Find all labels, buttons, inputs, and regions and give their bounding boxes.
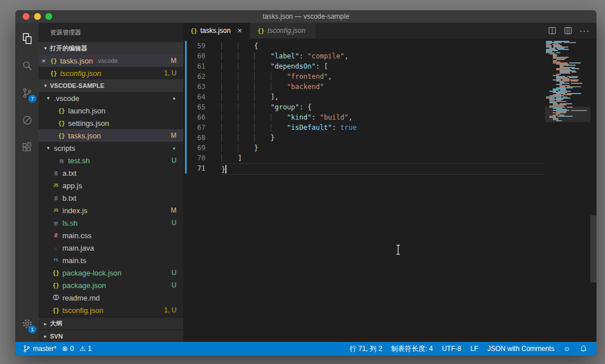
code-editor[interactable]: 59 {60 "label": "compile",61 "dependsOn"… xyxy=(183,39,596,342)
debug-icon xyxy=(21,114,33,126)
tree-file-ls.sh[interactable]: ▤ls.shU xyxy=(39,217,183,229)
line-content: "group": { xyxy=(221,102,544,112)
activity-debug[interactable] xyxy=(15,107,39,134)
code-line-70[interactable]: 70 ] xyxy=(183,153,544,163)
status-branch[interactable]: master* xyxy=(20,342,59,355)
tree-folder-.vscode[interactable]: ▾.vscode● xyxy=(39,92,183,104)
css-file-icon: # xyxy=(51,232,61,239)
line-content: } xyxy=(221,133,544,143)
tab-tsconfig.json[interactable]: {}tsconfig.json xyxy=(250,23,316,39)
titlebar[interactable]: tasks.json — vscode-sample xyxy=(15,10,596,23)
tab-tasks.json[interactable]: {}tasks.json× xyxy=(183,23,250,39)
editor-actions: ··· xyxy=(548,23,596,39)
code-line-69[interactable]: 69 } xyxy=(183,143,544,153)
tree-file-test.sh[interactable]: ▤test.shU xyxy=(39,154,183,167)
status-eol[interactable]: LF xyxy=(466,345,483,353)
tree-file-a.txt[interactable]: ≡a.txt xyxy=(39,167,183,179)
tree-file-launch.json[interactable]: {}launch.json xyxy=(39,104,183,117)
split-editor-icon[interactable] xyxy=(548,26,557,35)
json-file-icon: {} xyxy=(51,282,61,289)
close-editor-icon[interactable]: × xyxy=(39,57,49,65)
line-number: 64 xyxy=(183,92,221,102)
file-label: .vscode xyxy=(54,94,79,103)
open-editor-tasks.json[interactable]: ×{}tasks.json.vscodeM xyxy=(39,54,183,67)
activity-search[interactable] xyxy=(15,52,39,79)
zoom-window-button[interactable] xyxy=(45,13,52,20)
twisty-icon: ▸ xyxy=(41,321,50,327)
code-line-59[interactable]: 59 { xyxy=(183,41,544,51)
code-line-67[interactable]: 67 "isDefault": true xyxy=(183,122,544,133)
tree-file-main.ts[interactable]: TSmain.ts xyxy=(39,254,183,266)
minimize-window-button[interactable] xyxy=(34,13,41,20)
close-window-button[interactable] xyxy=(23,13,30,20)
line-number: 69 xyxy=(183,143,221,153)
tree-file-settings.json[interactable]: {}settings.json xyxy=(39,117,183,129)
line-number: 67 xyxy=(183,122,221,133)
git-decoration: M xyxy=(171,206,183,214)
code-line-66[interactable]: 66 "kind": "build", xyxy=(183,112,544,122)
editor-layout-icon[interactable] xyxy=(564,26,573,35)
tree-file-b.txt[interactable]: ≡b.txt xyxy=(39,192,183,204)
minimap-slider[interactable] xyxy=(545,107,590,122)
section-大纲[interactable]: ▸大纲 xyxy=(39,317,183,329)
status-cursor-position[interactable]: 行 71, 列 2 xyxy=(345,344,386,354)
code-line-64[interactable]: 64 ], xyxy=(183,92,544,102)
status-encoding[interactable]: UTF-8 xyxy=(438,345,466,353)
notifications-bell-icon[interactable] xyxy=(575,345,592,353)
sidebar-bottom-sections: ▸大纲▸SVN xyxy=(39,317,183,342)
tree-folder-scripts[interactable]: ▾scripts● xyxy=(39,142,183,154)
file-label: index.js xyxy=(62,206,87,215)
tree-file-main.css[interactable]: #main.css xyxy=(39,229,183,242)
shell-file-icon: ▤ xyxy=(57,158,66,164)
open-editor-tsconfig.json[interactable]: {}tsconfig.json1, U xyxy=(39,67,183,79)
sidebar: 资源管理器 ▾ 打开的编辑器 ×{}tasks.json.vscodeM{}ts… xyxy=(39,23,183,342)
section-SVN[interactable]: ▸SVN xyxy=(39,329,183,342)
tree-file-package.json[interactable]: {}package.jsonU xyxy=(39,279,183,291)
json-file-icon: {} xyxy=(51,307,61,314)
tree-file-app.js[interactable]: JSapp.js xyxy=(39,179,183,192)
settings-badge: 1 xyxy=(28,325,36,333)
code-line-65[interactable]: 65 "group": { xyxy=(183,102,544,112)
tree-file-package-lock.json[interactable]: {}package-lock.jsonU xyxy=(39,266,183,279)
tree-file-tsconfig.json[interactable]: {}tsconfig.json1, U xyxy=(39,304,183,316)
code-line-68[interactable]: 68 } xyxy=(183,133,544,143)
code-line-71[interactable]: 71} xyxy=(183,163,544,175)
code-line-61[interactable]: 61 "dependsOn": [ xyxy=(183,61,544,71)
window-title: tasks.json — vscode-sample xyxy=(15,12,596,20)
scrollbar-slider[interactable] xyxy=(590,215,596,282)
code-line-62[interactable]: 62 "frontend", xyxy=(183,71,544,82)
line-number: 63 xyxy=(183,82,221,92)
tree-file-index.js[interactable]: JSindex.jsM xyxy=(39,204,183,217)
line-content: "kind": "build", xyxy=(221,112,544,122)
scm-badge: 7 xyxy=(28,95,36,103)
tree-file-main.java[interactable]: ♨main.java xyxy=(39,242,183,254)
line-content: } xyxy=(221,163,544,175)
tree-file-tasks.json[interactable]: {}tasks.jsonM xyxy=(39,129,183,142)
feedback-smiley-icon[interactable]: ☺ xyxy=(559,345,575,353)
folder-modified-dot: ● xyxy=(173,146,183,151)
open-editors-header[interactable]: ▾ 打开的编辑器 xyxy=(39,42,183,54)
file-label: package.json xyxy=(62,281,106,290)
status-problems[interactable]: ⊗ 0 ⚠ 1 xyxy=(59,342,94,355)
activity-explorer[interactable] xyxy=(15,25,39,52)
tree-file-readme.md[interactable]: ⓘreadme.md xyxy=(39,291,183,304)
line-content: ] xyxy=(221,153,544,163)
activity-extensions[interactable] xyxy=(15,134,39,161)
file-label: settings.json xyxy=(68,119,109,128)
status-language-mode[interactable]: JSON with Comments xyxy=(483,345,559,353)
code-line-63[interactable]: 63 "backend" xyxy=(183,82,544,92)
more-actions-icon[interactable]: ··· xyxy=(579,28,590,33)
file-label: readme.md xyxy=(62,294,100,302)
file-label: main.css xyxy=(62,231,91,240)
shell-file-icon: ▤ xyxy=(51,220,61,226)
folder-section-label: VSCODE-SAMPLE xyxy=(50,82,104,89)
text-cursor xyxy=(225,165,226,173)
status-tab-size[interactable]: 制表符长度: 4 xyxy=(386,344,437,354)
activity-source-control[interactable]: 7 xyxy=(15,79,39,107)
line-content: { xyxy=(221,41,544,51)
close-tab-icon[interactable]: × xyxy=(235,26,244,35)
folder-section-header[interactable]: ▾ VSCODE-SAMPLE xyxy=(39,79,183,92)
file-label: launch.json xyxy=(68,107,106,115)
manage-settings[interactable]: 1 xyxy=(15,310,39,337)
code-line-60[interactable]: 60 "label": "compile", xyxy=(183,51,544,61)
